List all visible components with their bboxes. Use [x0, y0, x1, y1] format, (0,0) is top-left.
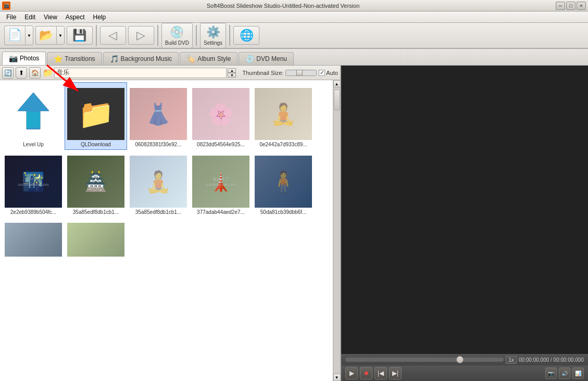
menu-edit[interactable]: Edit	[20, 12, 40, 22]
nav-back-button[interactable]: 🔄	[2, 67, 14, 79]
maximize-button[interactable]: □	[566, 2, 576, 10]
photo-person-icon-1: 👗	[145, 102, 171, 126]
snapshot-button[interactable]: 📷	[545, 367, 557, 379]
photo-person-icon-6: 🧘	[145, 170, 171, 194]
level-up-icon	[15, 90, 52, 138]
new-button[interactable]: 📄	[4, 26, 25, 45]
back-button[interactable]: ◁	[100, 26, 126, 45]
thumbnail-size-slider[interactable]	[285, 70, 317, 76]
browser-toolbar: 🔄 ⬆ 🏠 📁 ▲ ▼	[0, 66, 340, 80]
dvd-icon: 💿	[170, 26, 184, 39]
photo-thumb-6: 🧘	[130, 156, 187, 208]
photo-name-1: 060828381f30e92...	[135, 142, 182, 147]
minimize-button[interactable]: ─	[556, 2, 565, 10]
list-item[interactable]: 🧘 35a85edf8db1cb1...	[127, 150, 190, 218]
photo-thumb-1: 👗	[130, 88, 187, 140]
path-spin-down[interactable]: ▼	[228, 73, 236, 78]
close-button[interactable]: ×	[577, 2, 586, 10]
path-spin-up[interactable]: ▲	[228, 68, 236, 73]
play-button[interactable]: ▶	[345, 367, 358, 379]
up-icon: ⬆	[19, 69, 24, 77]
scroll-thumb[interactable]	[334, 90, 340, 110]
photo-name-5: 35a85edf8db1cb1...	[73, 209, 119, 215]
menu-aspect[interactable]: Aspect	[61, 12, 89, 22]
photo-person-icon-8: 🧍	[270, 170, 296, 194]
next-button[interactable]: ▶|	[389, 367, 402, 379]
auto-checkbox[interactable]: ✓	[319, 70, 325, 76]
scroll-down-button[interactable]: ▼	[333, 374, 341, 381]
thumbnail-size-bar: Thumbnail Size: ✓ Auto	[242, 70, 338, 76]
speed-indicator: 1x	[506, 356, 517, 364]
dvd-menu-tab-icon: 💿	[245, 55, 254, 63]
scroll-up-button[interactable]: ▲	[333, 80, 341, 87]
preview-panel: 1x 00:00:00.000 / 00:00:00.000 ▶ ■ |◀ ▶|…	[341, 66, 588, 381]
toolbar-separator-2	[157, 25, 158, 46]
nav-home-button[interactable]: 🏠	[29, 67, 41, 79]
list-item[interactable]: 🌸 0823dd54564e925...	[190, 82, 252, 150]
stop-button[interactable]: ■	[360, 367, 372, 379]
list-item[interactable]	[65, 218, 127, 259]
nav-forward-button[interactable]: ⬆	[16, 67, 27, 79]
file-browser: 🔄 ⬆ 🏠 📁 ▲ ▼	[0, 66, 341, 381]
background-music-tab-label: Background Music	[121, 55, 172, 62]
new-icon: 📄	[8, 28, 22, 42]
list-item[interactable]: Level Up	[2, 82, 65, 150]
path-folder-icon: 📁	[43, 68, 53, 78]
list-item[interactable]: 👗 060828381f30e92...	[127, 82, 190, 150]
photo-name-7: 377adab44aed2e7...	[197, 209, 245, 215]
photo-name-3: 0e2442a7d933c89...	[259, 142, 307, 147]
menu-file[interactable]: File	[2, 12, 20, 22]
photo-name-8: 50da81cb39dbb6f...	[260, 209, 306, 215]
help-button[interactable]: 🌐	[233, 26, 259, 45]
menu-bar: File Edit View Aspect Help	[0, 11, 588, 23]
save-icon: 💾	[72, 29, 86, 42]
photo-name-6: 35a85edf8db1cb1...	[135, 209, 181, 215]
thumbnail-size-label: Thumbnail Size:	[242, 70, 283, 76]
tab-bar: 📷 Photos ⭐ Transitions 🎵 Background Musi…	[0, 49, 588, 66]
build-dvd-button[interactable]: 💿 Build DVD	[161, 23, 193, 48]
time-scrubber[interactable]	[345, 358, 504, 362]
folder-large-icon: 📁	[78, 97, 114, 131]
album-style-tab-label: Album Style	[197, 55, 231, 62]
app-icon: 🎬	[2, 2, 10, 10]
transitions-tab-icon: ⭐	[54, 55, 62, 63]
menu-help[interactable]: Help	[89, 12, 110, 22]
settings-small-button[interactable]: 📊	[572, 367, 584, 379]
list-item[interactable]: 🧘 0e2442a7d933c89...	[252, 82, 315, 150]
list-item[interactable]	[2, 218, 65, 259]
file-grid: Level Up 📁 QLDownload 👗 060828381f30e92.…	[0, 80, 333, 381]
audio-button[interactable]: 🔊	[559, 367, 570, 379]
toolbar: 📄 ▼ 📂 ▼ 💾 ◁ ▷ 💿 Build DVD ⚙️ Settings 🌐	[0, 23, 588, 49]
new-dropdown[interactable]: ▼	[25, 26, 33, 45]
thumbnail-slider-handle	[296, 70, 303, 76]
level-up-label: Level Up	[23, 142, 43, 147]
tab-background-music[interactable]: 🎵 Background Music	[103, 52, 179, 65]
tab-transitions[interactable]: ⭐ Transitions	[47, 52, 102, 65]
photo-thumb-7: 🗼 素材天下sucaitianxia.com	[192, 156, 249, 208]
forward-button[interactable]: ▷	[128, 26, 154, 45]
tab-dvd-menu[interactable]: 💿 DVD Menu	[239, 52, 294, 65]
save-button[interactable]: 💾	[67, 26, 93, 45]
list-item[interactable]: 🏯 35a85edf8db1cb1...	[65, 150, 127, 218]
tab-photos[interactable]: 📷 Photos	[2, 52, 46, 65]
list-item[interactable]: 📁 QLDownload	[65, 82, 127, 150]
path-input[interactable]	[54, 68, 227, 78]
menu-view[interactable]: View	[40, 12, 61, 22]
list-item[interactable]: 🌃 素材天下sucaitianxia.com 2e2eb9389b504fc..…	[2, 150, 65, 218]
photo-thumb-3: 🧘	[255, 88, 312, 140]
prev-button[interactable]: |◀	[374, 367, 387, 379]
vertical-scrollbar: ▲ ▼	[333, 80, 340, 381]
open-dropdown[interactable]: ▼	[56, 26, 65, 45]
refresh-icon: 🔄	[4, 69, 12, 77]
tab-album-style[interactable]: 🏷️ Album Style	[180, 52, 237, 65]
preview-controls: ▶ ■ |◀ ▶| 📷 🔊 📊	[341, 365, 588, 381]
list-item[interactable]: 🗼 素材天下sucaitianxia.com 377adab44aed2e7..…	[190, 150, 252, 218]
time-current: 00:00:00.000 / 00:00:00.000	[519, 357, 584, 363]
back-icon: ◁	[108, 29, 117, 42]
settings-button[interactable]: ⚙️ Settings	[200, 23, 226, 48]
open-button[interactable]: 📂	[35, 26, 56, 45]
list-item[interactable]: 🧍 50da81cb39dbb6f...	[252, 150, 315, 218]
preview-area	[341, 66, 588, 354]
build-dvd-label: Build DVD	[165, 40, 189, 46]
partial-thumb-1	[5, 223, 62, 257]
